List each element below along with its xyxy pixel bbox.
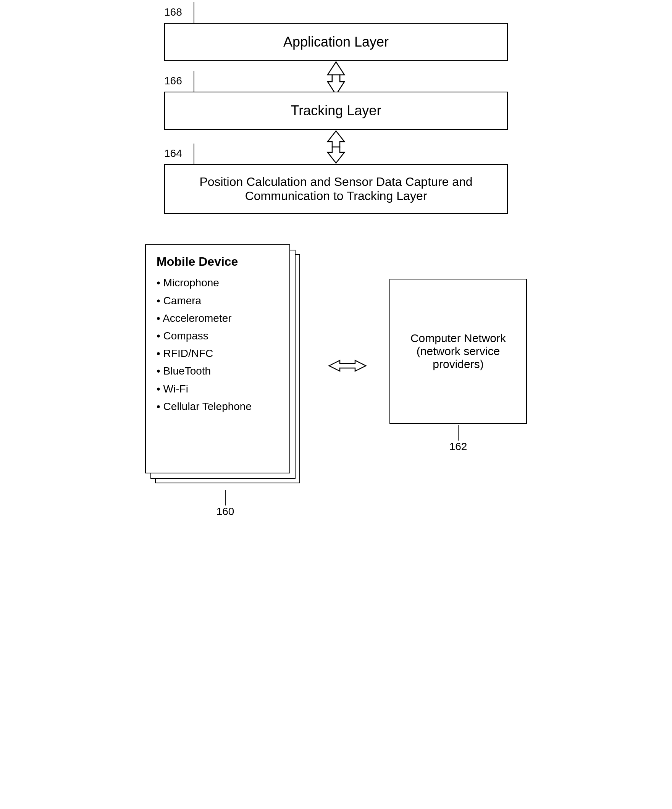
tracking-layer-label: Tracking Layer — [291, 103, 381, 119]
double-arrow-svg-2 — [321, 130, 351, 164]
double-arrow-svg-1 — [321, 61, 351, 96]
horiz-double-arrow — [328, 356, 366, 375]
ref-164-label: 164 — [164, 148, 182, 159]
list-item: Wi-Fi — [156, 380, 279, 398]
tracking-layer-box: Tracking Layer — [164, 92, 508, 130]
network-box: Computer Network (network service provid… — [390, 279, 527, 424]
main-diagram: 168 Application Layer 166 Tracking Layer — [126, 23, 546, 518]
network-section: Computer Network (network service provid… — [390, 279, 527, 453]
mobile-device-title: Mobile Device — [156, 254, 279, 269]
list-item: Compass — [156, 327, 279, 345]
bottom-section: Mobile Device Microphone Camera Accelero… — [145, 244, 527, 518]
list-item: Accelerometer — [156, 310, 279, 327]
mobile-device-section: Mobile Device Microphone Camera Accelero… — [145, 244, 306, 518]
list-item: Cellular Telephone — [156, 398, 279, 415]
horiz-arrow-container — [328, 356, 366, 375]
ref-162-label: 162 — [449, 441, 467, 453]
svg-marker-5 — [328, 147, 344, 163]
list-item: Camera — [156, 292, 279, 310]
arrow-1 — [321, 61, 351, 96]
ref-168-label: 168 — [164, 6, 182, 18]
application-layer-label: Application Layer — [283, 34, 389, 50]
mobile-device-box: Mobile Device Microphone Camera Accelero… — [145, 244, 290, 473]
ref-160-label: 160 — [217, 505, 234, 518]
mobile-device-list: Microphone Camera Accelerometer Compass … — [156, 274, 279, 415]
ref-166-label: 166 — [164, 75, 182, 87]
list-item: RFID/NFC — [156, 345, 279, 362]
list-item: BlueTooth — [156, 362, 279, 380]
position-calc-box: Position Calculation and Sensor Data Cap… — [164, 164, 508, 214]
position-calc-label: Position Calculation and Sensor Data Cap… — [176, 175, 496, 203]
svg-marker-8 — [329, 361, 366, 371]
application-layer-box: Application Layer — [164, 23, 508, 61]
mobile-stack: Mobile Device Microphone Camera Accelero… — [145, 244, 306, 489]
network-label: Computer Network (network service provid… — [398, 332, 519, 371]
svg-marker-4 — [328, 131, 344, 147]
arrow-2 — [321, 130, 351, 164]
list-item: Microphone — [156, 274, 279, 292]
